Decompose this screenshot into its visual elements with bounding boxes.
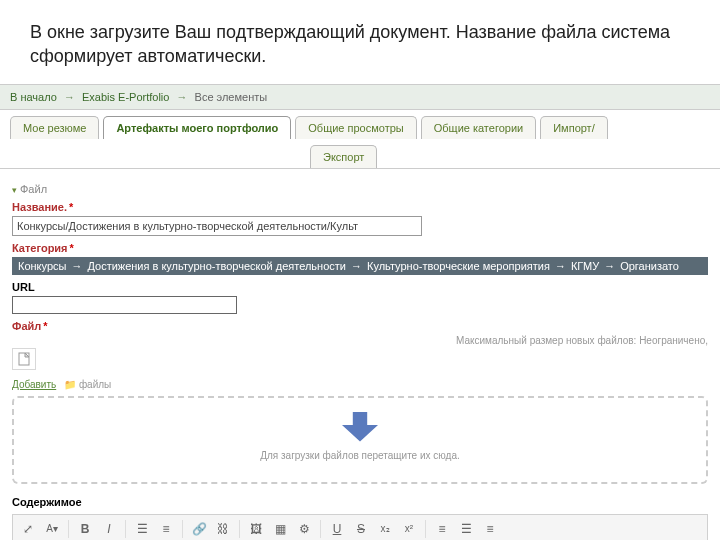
document-icon (18, 352, 30, 366)
rte-unlink-icon[interactable]: ⛓ (212, 518, 234, 540)
rte-sup-icon[interactable]: x² (398, 518, 420, 540)
rte-link-icon[interactable]: 🔗 (188, 518, 210, 540)
rte-sep (425, 520, 426, 538)
section-file[interactable]: Файл (12, 183, 708, 195)
rte-align-center-icon[interactable]: ☰ (455, 518, 477, 540)
tabs-secondary: Экспорт (0, 139, 720, 169)
file-dropzone[interactable]: Для загрузки файлов перетащите их сюда. (12, 396, 708, 484)
files-label: файлы (79, 379, 111, 390)
breadcrumb-sep: → (176, 91, 187, 103)
rte-sep (182, 520, 183, 538)
rte-strike-icon[interactable]: S (350, 518, 372, 540)
tab-artifacts[interactable]: Артефакты моего портфолио (103, 116, 291, 139)
rte-expand-icon[interactable]: ⤢ (17, 518, 39, 540)
file-add-button[interactable] (12, 348, 36, 370)
rte-underline-icon[interactable]: U (326, 518, 348, 540)
rte-toolbar: ⤢ A▾ B I ☰ ≡ 🔗 ⛓ 🖼 ▦ ⚙ U S x₂ x² ≡ ☰ ≡ (12, 514, 708, 540)
rte-sep (68, 520, 69, 538)
tab-import[interactable]: Импорт/ (540, 116, 608, 139)
breadcrumb-sep: → (64, 91, 75, 103)
label-category: Категория* (12, 242, 708, 254)
app-frame: В начало → Exabis E-Portfolio → Все элем… (0, 84, 720, 540)
rte-media-icon[interactable]: ▦ (269, 518, 291, 540)
rte-image-icon[interactable]: 🖼 (245, 518, 267, 540)
tabs-primary: Мое резюме Артефакты моего портфолио Общ… (0, 110, 720, 140)
rte-ul-icon[interactable]: ☰ (131, 518, 153, 540)
url-input[interactable] (12, 296, 237, 314)
rte-ol-icon[interactable]: ≡ (155, 518, 177, 540)
tab-export[interactable]: Экспорт (310, 145, 377, 168)
breadcrumb-portfolio[interactable]: Exabis E-Portfolio (82, 91, 169, 103)
rte-italic-icon[interactable]: I (98, 518, 120, 540)
tab-shared-categories[interactable]: Общие категории (421, 116, 536, 139)
folder-icon: 📁 (64, 379, 76, 390)
instruction-text: В окне загрузите Ваш подтверждающий доку… (0, 0, 720, 84)
rte-sub-icon[interactable]: x₂ (374, 518, 396, 540)
label-file: Файл* (12, 320, 708, 332)
tab-shared-views[interactable]: Общие просмотры (295, 116, 416, 139)
label-url: URL (12, 281, 708, 293)
rte-bold-icon[interactable]: B (74, 518, 96, 540)
rte-align-right-icon[interactable]: ≡ (479, 518, 501, 540)
rte-format-icon[interactable]: A▾ (41, 518, 63, 540)
dropzone-text: Для загрузки файлов перетащите их сюда. (24, 450, 696, 461)
breadcrumb-current: Все элементы (195, 91, 268, 103)
rte-sep (239, 520, 240, 538)
rte-manage-icon[interactable]: ⚙ (293, 518, 315, 540)
rte-align-left-icon[interactable]: ≡ (431, 518, 453, 540)
form: Файл Название.* Категория* Конкурсы→Дост… (0, 169, 720, 540)
rte-sep (320, 520, 321, 538)
breadcrumb-home[interactable]: В начало (10, 91, 57, 103)
name-input[interactable] (12, 216, 422, 236)
rte-sep (125, 520, 126, 538)
label-name: Название.* (12, 201, 708, 213)
add-link[interactable]: Добавить (12, 379, 56, 390)
file-size-hint: Максимальный размер новых файлов: Неогра… (12, 335, 708, 346)
label-content: Содержимое (12, 496, 708, 508)
download-arrow-icon (342, 412, 378, 442)
category-path[interactable]: Конкурсы→Достижения в культурно-творческ… (12, 257, 708, 275)
breadcrumb: В начало → Exabis E-Portfolio → Все элем… (0, 84, 720, 110)
tab-resume[interactable]: Мое резюме (10, 116, 99, 139)
